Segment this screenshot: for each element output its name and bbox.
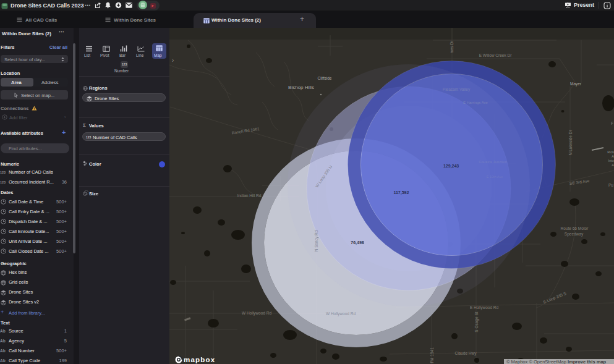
svg-text:Speedway: Speedway <box>565 232 584 237</box>
svg-text:mes Dr: mes Dr <box>450 40 454 54</box>
svg-text:Inte: Inte <box>608 159 614 163</box>
svg-text:F: F <box>611 121 613 125</box>
svg-text:A: A <box>612 154 614 158</box>
svg-text:Mayer: Mayer <box>570 82 582 87</box>
svg-text:W Hollywood Rd: W Hollywood Rd <box>326 311 356 316</box>
svg-text:Claude Hwy: Claude Hwy <box>454 351 477 356</box>
svg-text:Route 66 Motor: Route 66 Motor <box>561 226 589 231</box>
svg-text:A: A <box>612 163 614 167</box>
svg-text:Bishop Hills: Bishop Hills <box>288 85 314 90</box>
svg-text:N Soncy Rd: N Soncy Rd <box>314 230 319 252</box>
svg-text:117,592: 117,592 <box>393 190 409 195</box>
svg-text:E 10th Ave: E 10th Ave <box>487 175 503 179</box>
svg-text:W Hollywood Rd: W Hollywood Rd <box>242 311 271 316</box>
svg-text:S Osage St: S Osage St <box>474 311 479 332</box>
svg-text:© Mapbox © OpenStreetMap Impro: © Mapbox © OpenStreetMap Improve this ma… <box>506 359 607 364</box>
svg-text:Cliffside: Cliffside <box>317 76 331 80</box>
svg-text:Indian Hill Rd: Indian Hill Rd <box>237 193 262 198</box>
svg-text:N Lakeside Dr: N Lakeside Dr <box>568 130 573 156</box>
svg-text:mapbox: mapbox <box>184 356 215 363</box>
svg-text:E Willow Creek Dr: E Willow Creek Dr <box>479 53 513 57</box>
svg-text:Pleasant Valley: Pleasant Valley <box>443 87 471 92</box>
svg-text:129,243: 129,243 <box>443 164 459 169</box>
svg-text:Cousins Junction: Cousins Junction <box>479 160 507 164</box>
svg-text:Pu: Pu <box>608 183 613 187</box>
svg-text:E Hollywood Rd: E Hollywood Rd <box>470 305 499 310</box>
svg-text:›: › <box>172 57 174 64</box>
svg-text:Rick: Rick <box>607 150 614 154</box>
svg-text:76,498: 76,498 <box>351 240 364 245</box>
svg-text:FM 1541: FM 1541 <box>430 347 434 363</box>
svg-text:E Harrings Ave: E Harrings Ave <box>463 101 488 104</box>
